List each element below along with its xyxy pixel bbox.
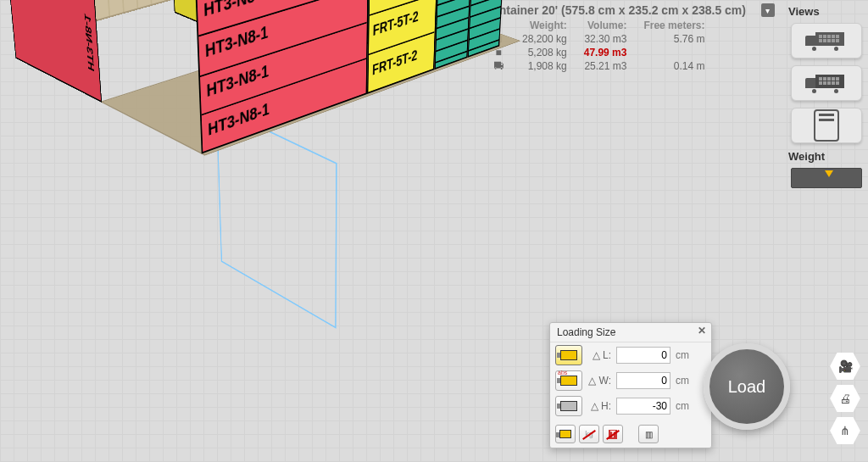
mode-absolute-button[interactable]: abs (555, 370, 582, 391)
tb-truck-button[interactable] (555, 425, 576, 443)
input-W[interactable] (616, 372, 670, 389)
container-title: Container 20' (575.8 cm x 235.2 cm x 238… (483, 3, 746, 17)
label-H: △ H: (587, 400, 611, 412)
label-W: △ W: (587, 375, 611, 387)
tb-split-button[interactable]: ▥ (638, 425, 659, 443)
print-icon[interactable]: 🖨 (829, 384, 861, 413)
loading-size-panel: Loading Size ✕ △ L: cm abs △ W: cm △ H: … (549, 322, 712, 448)
view-side-button[interactable] (791, 23, 862, 58)
col-weight: Weight: (514, 19, 576, 32)
viewport-3d[interactable]: HT3-N8-1 HT3-N8-1 HT3-N8-1 HT3-N8-1 HT3-… (41, 76, 600, 398)
tb-no-weight-button[interactable]: kg (579, 425, 599, 443)
view-top-button[interactable] (791, 108, 862, 143)
weight-marker-icon (825, 170, 833, 177)
container-dropdown[interactable]: ▾ (761, 3, 775, 17)
views-title: Views (788, 5, 865, 18)
mode-height-button[interactable] (555, 396, 582, 416)
panel-title: Loading Size (557, 326, 615, 338)
close-icon[interactable]: ✕ (698, 325, 706, 337)
pallet-icon: ⛟ (483, 59, 514, 73)
view-rear-button[interactable] (791, 65, 862, 101)
mode-relative-button[interactable] (555, 345, 582, 365)
label-L: △ L: (587, 349, 611, 361)
camera-icon[interactable]: 🎥 (829, 352, 861, 381)
col-free: Free meters: (635, 19, 713, 32)
weight-title: Weight (788, 150, 865, 163)
share-icon[interactable]: ⋔ (829, 416, 861, 445)
truck-rear-icon (805, 73, 848, 93)
truck-side-icon (805, 31, 848, 51)
stats-table: Weight: Volume: Free meters: ⊔ 28,200 kg… (483, 19, 713, 73)
truck-top-icon (814, 109, 839, 142)
input-H[interactable] (616, 398, 670, 415)
input-L[interactable] (616, 347, 670, 364)
load-button[interactable]: Load (704, 343, 790, 430)
col-volume: Volume: (576, 19, 636, 32)
tb-no-text-button[interactable]: T (603, 425, 623, 443)
weight-bar[interactable] (791, 168, 862, 188)
